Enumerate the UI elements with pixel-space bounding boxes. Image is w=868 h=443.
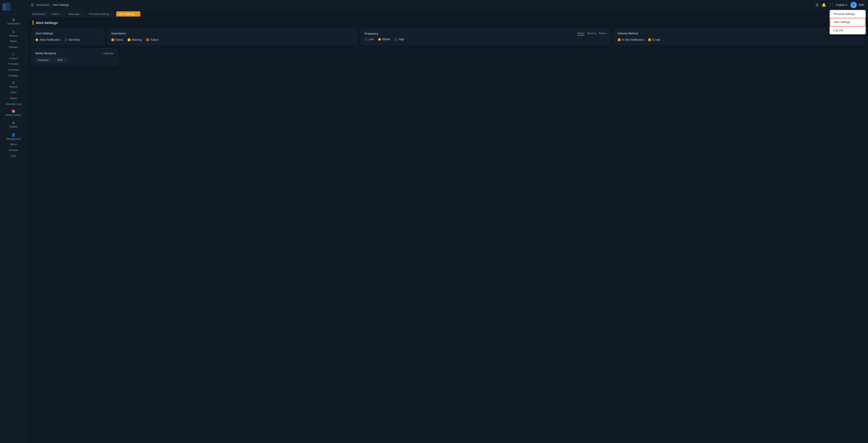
sidebar-item-alerts[interactable]: Alerts [1, 89, 26, 95]
member-label: Member [9, 149, 18, 151]
sidebar-item-record[interactable]: 🗒 Record [1, 79, 26, 89]
main-content: ☰ Dashboard / Alert Settings ⊞ 🔔 ⛶ Engli… [27, 0, 868, 443]
breadcrumb-root[interactable]: Dashboard [36, 3, 50, 6]
informe-card-title: Informe Method [618, 32, 860, 35]
tab-plants-close[interactable]: × [61, 13, 62, 16]
failure-option[interactable]: Failure [146, 38, 159, 41]
failure-checkbox[interactable] [146, 38, 149, 41]
sidebar-item-command[interactable]: Command [1, 67, 26, 72]
not-allow-label: Not Allow [69, 38, 80, 41]
fullscreen-icon[interactable]: ⛶ [829, 3, 833, 7]
sidebar-item-member[interactable]: Member [1, 147, 26, 153]
allow-notification-radio[interactable] [35, 38, 38, 41]
recipient-tag-ems-label: EMS [57, 59, 63, 61]
tab-alert-settings-close[interactable]: × [136, 13, 137, 16]
topbar-left: ☰ Dashboard / Alert Settings [31, 3, 69, 7]
menu-toggle-button[interactable]: ☰ [31, 3, 34, 7]
tab-dashboard[interactable]: Dashboard [29, 11, 48, 17]
warning-option[interactable]: Warning [128, 38, 142, 41]
tab-personal-settings[interactable]: Personal Settings × [86, 11, 115, 17]
alert-settings-card-title: Alert Settings [35, 32, 100, 35]
sidebar-item-display[interactable]: 🖥 Display [1, 119, 26, 130]
sidebar-item-firmware[interactable]: Firmware [1, 61, 26, 67]
sidebar-item-role[interactable]: Role [1, 153, 26, 159]
insite-label: In-Site Notification [622, 38, 644, 41]
notification-icon[interactable]: 🔔 [822, 3, 826, 7]
sidebar-item-about[interactable]: About [1, 141, 26, 147]
tab-message[interactable]: Message × [66, 11, 85, 17]
sidebar-item-device-library[interactable]: 📚 Device Library [1, 107, 26, 118]
dropdown-personal-settings[interactable]: Personal Settings [830, 10, 866, 18]
svg-text:REVO: REVO [3, 8, 6, 10]
sidebar-item-monitor[interactable]: ◎ Monitor [1, 28, 26, 38]
tab-alert-settings[interactable]: Alert Settings × [116, 11, 141, 17]
frequency-card-body: Low Middle High [365, 38, 607, 41]
sidebar-item-operation-log[interactable]: Operation Log [1, 101, 26, 107]
recipients-tags-row: zhangsan × EMS × [35, 58, 114, 62]
freq-tab-warning[interactable]: Warning [587, 32, 596, 35]
failure-label: Failure [150, 38, 159, 41]
notice-option[interactable]: Notice [112, 38, 123, 41]
notify-card-title: Notify Recipient [35, 52, 56, 55]
language-selector[interactable]: English ▾ [836, 3, 847, 6]
frequency-tabs: Notice Warning Failure [577, 32, 607, 35]
alert-settings-card-body: Allow Notification Not Allow [35, 38, 100, 41]
sidebar-item-management[interactable]: 👤 Management [1, 131, 26, 141]
command-label: Command [8, 68, 19, 71]
not-allow-option[interactable]: Not Allow [65, 38, 80, 41]
about-label: About [10, 143, 17, 146]
layout-icon[interactable]: ⊞ [815, 3, 818, 7]
recipient-tag-ems: EMS × [55, 58, 67, 62]
freq-low-option[interactable]: Low [365, 38, 374, 41]
insite-checkbox[interactable] [618, 38, 620, 41]
email-checkbox[interactable] [648, 38, 651, 41]
dropdown-log-out[interactable]: Log Out [830, 26, 866, 34]
freq-low-radio[interactable] [365, 38, 367, 41]
not-allow-radio[interactable] [65, 38, 67, 41]
sidebar-item-product[interactable]: ⬡ Product [1, 50, 26, 61]
tab-personal-settings-label: Personal Settings [89, 13, 110, 16]
notice-checkbox[interactable] [112, 38, 114, 41]
freq-high-radio[interactable] [395, 38, 397, 41]
freq-middle-radio[interactable] [378, 38, 381, 41]
page-title: Alert Settings [36, 21, 58, 25]
tab-plants-label: Plants [52, 13, 59, 16]
user-avatar: 👤 [850, 2, 857, 8]
tab-message-close[interactable]: × [81, 13, 82, 16]
logo-area[interactable]: MM MEGA REVO [0, 0, 27, 14]
tab-plants[interactable]: Plants × [49, 11, 65, 17]
chevron-down-icon: ▾ [846, 3, 847, 6]
page-title-bar: Alert Settings [32, 20, 864, 25]
recipient-tag-zhangsan-close[interactable]: × [50, 59, 51, 61]
tab-personal-settings-close[interactable]: × [111, 13, 112, 16]
freq-tab-failure[interactable]: Failure [599, 32, 607, 35]
freq-high-option[interactable]: High [395, 38, 404, 41]
sidebar-item-plants[interactable]: Plants [1, 38, 26, 44]
freq-middle-option[interactable]: Middle [378, 38, 390, 41]
warning-checkbox[interactable] [128, 38, 130, 41]
sidebar-item-devices[interactable]: Devices [1, 44, 26, 50]
sidebar-item-report[interactable]: Report [1, 95, 26, 101]
recipient-tag-ems-close[interactable]: × [64, 59, 65, 61]
cards-row: Alert Settings Allow Notification Not Al… [32, 29, 864, 45]
sidebar-label-device-library: Device Library [5, 114, 21, 116]
email-option[interactable]: E-mail [648, 38, 660, 41]
dropdown-alert-settings[interactable]: Alert Settings [830, 18, 866, 26]
notify-recipient-card: Notify Recipient + Member zhangsan × EMS… [32, 49, 118, 66]
allow-notification-option[interactable]: Allow Notification [35, 38, 60, 41]
notice-label: Notice [116, 38, 123, 41]
user-menu-trigger[interactable]: 👤 EMS [850, 2, 864, 8]
title-accent-bar [33, 20, 33, 25]
informe-card-body: In-Site Notification E-mail [618, 38, 860, 41]
sidebar-item-dashboard[interactable]: ⊞ Dashboard [1, 16, 26, 27]
add-member-button[interactable]: + Member [102, 52, 114, 55]
insite-notification-option[interactable]: In-Site Notification [618, 38, 644, 41]
topbar-right: ⊞ 🔔 ⛶ English ▾ 👤 EMS [815, 2, 864, 8]
sidebar-item-strategic[interactable]: Strategic [1, 72, 26, 79]
importance-card-body: Notice Warning Failure [112, 38, 353, 41]
content-area: Alert Settings Alert Settings Allow Noti… [27, 17, 868, 443]
freq-tab-notice[interactable]: Notice [577, 32, 584, 35]
user-name: EMS [859, 3, 864, 6]
recipient-tag-zhangsan: zhangsan × [35, 58, 53, 62]
product-icon: ⬡ [12, 53, 15, 56]
